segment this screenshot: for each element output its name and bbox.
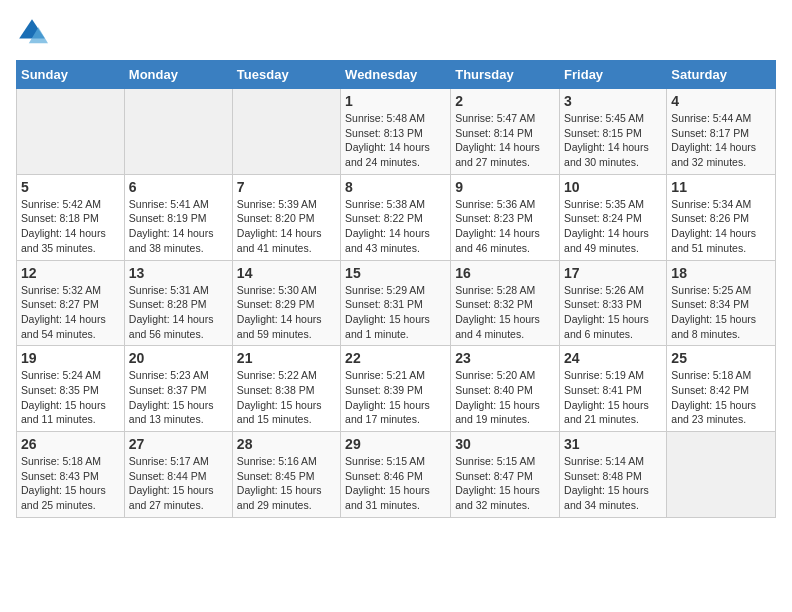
calendar-cell: 10Sunrise: 5:35 AM Sunset: 8:24 PM Dayli… xyxy=(560,174,667,260)
calendar-cell xyxy=(667,432,776,518)
day-number: 24 xyxy=(564,350,662,366)
calendar-body: 1Sunrise: 5:48 AM Sunset: 8:13 PM Daylig… xyxy=(17,89,776,518)
day-number: 7 xyxy=(237,179,336,195)
day-info: Sunrise: 5:47 AM Sunset: 8:14 PM Dayligh… xyxy=(455,111,555,170)
calendar-cell: 9Sunrise: 5:36 AM Sunset: 8:23 PM Daylig… xyxy=(451,174,560,260)
day-info: Sunrise: 5:45 AM Sunset: 8:15 PM Dayligh… xyxy=(564,111,662,170)
day-info: Sunrise: 5:19 AM Sunset: 8:41 PM Dayligh… xyxy=(564,368,662,427)
calendar-week-4: 26Sunrise: 5:18 AM Sunset: 8:43 PM Dayli… xyxy=(17,432,776,518)
calendar-cell: 27Sunrise: 5:17 AM Sunset: 8:44 PM Dayli… xyxy=(124,432,232,518)
weekday-header-tuesday: Tuesday xyxy=(232,61,340,89)
weekday-row: SundayMondayTuesdayWednesdayThursdayFrid… xyxy=(17,61,776,89)
calendar-cell: 28Sunrise: 5:16 AM Sunset: 8:45 PM Dayli… xyxy=(232,432,340,518)
day-number: 9 xyxy=(455,179,555,195)
day-info: Sunrise: 5:28 AM Sunset: 8:32 PM Dayligh… xyxy=(455,283,555,342)
day-info: Sunrise: 5:36 AM Sunset: 8:23 PM Dayligh… xyxy=(455,197,555,256)
calendar-cell: 21Sunrise: 5:22 AM Sunset: 8:38 PM Dayli… xyxy=(232,346,340,432)
calendar-week-3: 19Sunrise: 5:24 AM Sunset: 8:35 PM Dayli… xyxy=(17,346,776,432)
day-info: Sunrise: 5:16 AM Sunset: 8:45 PM Dayligh… xyxy=(237,454,336,513)
day-info: Sunrise: 5:35 AM Sunset: 8:24 PM Dayligh… xyxy=(564,197,662,256)
day-info: Sunrise: 5:44 AM Sunset: 8:17 PM Dayligh… xyxy=(671,111,771,170)
day-number: 2 xyxy=(455,93,555,109)
calendar-header: SundayMondayTuesdayWednesdayThursdayFrid… xyxy=(17,61,776,89)
calendar-cell: 8Sunrise: 5:38 AM Sunset: 8:22 PM Daylig… xyxy=(341,174,451,260)
day-number: 23 xyxy=(455,350,555,366)
calendar-cell: 31Sunrise: 5:14 AM Sunset: 8:48 PM Dayli… xyxy=(560,432,667,518)
day-info: Sunrise: 5:31 AM Sunset: 8:28 PM Dayligh… xyxy=(129,283,228,342)
day-number: 4 xyxy=(671,93,771,109)
day-info: Sunrise: 5:21 AM Sunset: 8:39 PM Dayligh… xyxy=(345,368,446,427)
day-number: 28 xyxy=(237,436,336,452)
day-info: Sunrise: 5:38 AM Sunset: 8:22 PM Dayligh… xyxy=(345,197,446,256)
calendar-week-1: 5Sunrise: 5:42 AM Sunset: 8:18 PM Daylig… xyxy=(17,174,776,260)
calendar-cell: 22Sunrise: 5:21 AM Sunset: 8:39 PM Dayli… xyxy=(341,346,451,432)
calendar-week-2: 12Sunrise: 5:32 AM Sunset: 8:27 PM Dayli… xyxy=(17,260,776,346)
day-info: Sunrise: 5:39 AM Sunset: 8:20 PM Dayligh… xyxy=(237,197,336,256)
calendar-cell: 12Sunrise: 5:32 AM Sunset: 8:27 PM Dayli… xyxy=(17,260,125,346)
day-number: 8 xyxy=(345,179,446,195)
calendar-cell: 23Sunrise: 5:20 AM Sunset: 8:40 PM Dayli… xyxy=(451,346,560,432)
day-info: Sunrise: 5:26 AM Sunset: 8:33 PM Dayligh… xyxy=(564,283,662,342)
day-info: Sunrise: 5:22 AM Sunset: 8:38 PM Dayligh… xyxy=(237,368,336,427)
calendar-cell: 6Sunrise: 5:41 AM Sunset: 8:19 PM Daylig… xyxy=(124,174,232,260)
calendar-cell: 14Sunrise: 5:30 AM Sunset: 8:29 PM Dayli… xyxy=(232,260,340,346)
logo xyxy=(16,16,52,48)
day-number: 26 xyxy=(21,436,120,452)
logo-icon xyxy=(16,16,48,48)
weekday-header-saturday: Saturday xyxy=(667,61,776,89)
calendar-cell: 11Sunrise: 5:34 AM Sunset: 8:26 PM Dayli… xyxy=(667,174,776,260)
calendar-cell: 19Sunrise: 5:24 AM Sunset: 8:35 PM Dayli… xyxy=(17,346,125,432)
day-number: 11 xyxy=(671,179,771,195)
day-number: 17 xyxy=(564,265,662,281)
day-number: 21 xyxy=(237,350,336,366)
day-number: 15 xyxy=(345,265,446,281)
calendar-cell: 13Sunrise: 5:31 AM Sunset: 8:28 PM Dayli… xyxy=(124,260,232,346)
day-number: 12 xyxy=(21,265,120,281)
calendar-cell: 4Sunrise: 5:44 AM Sunset: 8:17 PM Daylig… xyxy=(667,89,776,175)
weekday-header-sunday: Sunday xyxy=(17,61,125,89)
day-info: Sunrise: 5:42 AM Sunset: 8:18 PM Dayligh… xyxy=(21,197,120,256)
day-info: Sunrise: 5:34 AM Sunset: 8:26 PM Dayligh… xyxy=(671,197,771,256)
calendar-cell xyxy=(232,89,340,175)
page-header xyxy=(16,16,776,48)
day-number: 20 xyxy=(129,350,228,366)
weekday-header-monday: Monday xyxy=(124,61,232,89)
day-number: 27 xyxy=(129,436,228,452)
day-number: 19 xyxy=(21,350,120,366)
calendar-cell: 5Sunrise: 5:42 AM Sunset: 8:18 PM Daylig… xyxy=(17,174,125,260)
calendar-cell: 17Sunrise: 5:26 AM Sunset: 8:33 PM Dayli… xyxy=(560,260,667,346)
day-info: Sunrise: 5:30 AM Sunset: 8:29 PM Dayligh… xyxy=(237,283,336,342)
day-info: Sunrise: 5:29 AM Sunset: 8:31 PM Dayligh… xyxy=(345,283,446,342)
calendar-cell: 26Sunrise: 5:18 AM Sunset: 8:43 PM Dayli… xyxy=(17,432,125,518)
calendar-cell: 29Sunrise: 5:15 AM Sunset: 8:46 PM Dayli… xyxy=(341,432,451,518)
calendar-cell: 30Sunrise: 5:15 AM Sunset: 8:47 PM Dayli… xyxy=(451,432,560,518)
day-info: Sunrise: 5:48 AM Sunset: 8:13 PM Dayligh… xyxy=(345,111,446,170)
calendar-cell: 24Sunrise: 5:19 AM Sunset: 8:41 PM Dayli… xyxy=(560,346,667,432)
day-info: Sunrise: 5:24 AM Sunset: 8:35 PM Dayligh… xyxy=(21,368,120,427)
day-info: Sunrise: 5:41 AM Sunset: 8:19 PM Dayligh… xyxy=(129,197,228,256)
day-number: 29 xyxy=(345,436,446,452)
day-info: Sunrise: 5:15 AM Sunset: 8:46 PM Dayligh… xyxy=(345,454,446,513)
day-number: 3 xyxy=(564,93,662,109)
weekday-header-friday: Friday xyxy=(560,61,667,89)
day-info: Sunrise: 5:25 AM Sunset: 8:34 PM Dayligh… xyxy=(671,283,771,342)
day-number: 16 xyxy=(455,265,555,281)
calendar-cell: 2Sunrise: 5:47 AM Sunset: 8:14 PM Daylig… xyxy=(451,89,560,175)
calendar-week-0: 1Sunrise: 5:48 AM Sunset: 8:13 PM Daylig… xyxy=(17,89,776,175)
calendar-cell: 18Sunrise: 5:25 AM Sunset: 8:34 PM Dayli… xyxy=(667,260,776,346)
calendar-cell: 7Sunrise: 5:39 AM Sunset: 8:20 PM Daylig… xyxy=(232,174,340,260)
weekday-header-thursday: Thursday xyxy=(451,61,560,89)
day-number: 10 xyxy=(564,179,662,195)
day-number: 14 xyxy=(237,265,336,281)
day-number: 13 xyxy=(129,265,228,281)
day-info: Sunrise: 5:18 AM Sunset: 8:42 PM Dayligh… xyxy=(671,368,771,427)
calendar-cell xyxy=(124,89,232,175)
day-info: Sunrise: 5:20 AM Sunset: 8:40 PM Dayligh… xyxy=(455,368,555,427)
day-info: Sunrise: 5:32 AM Sunset: 8:27 PM Dayligh… xyxy=(21,283,120,342)
day-info: Sunrise: 5:15 AM Sunset: 8:47 PM Dayligh… xyxy=(455,454,555,513)
day-number: 5 xyxy=(21,179,120,195)
calendar-cell: 25Sunrise: 5:18 AM Sunset: 8:42 PM Dayli… xyxy=(667,346,776,432)
day-number: 18 xyxy=(671,265,771,281)
day-number: 30 xyxy=(455,436,555,452)
calendar-cell: 20Sunrise: 5:23 AM Sunset: 8:37 PM Dayli… xyxy=(124,346,232,432)
